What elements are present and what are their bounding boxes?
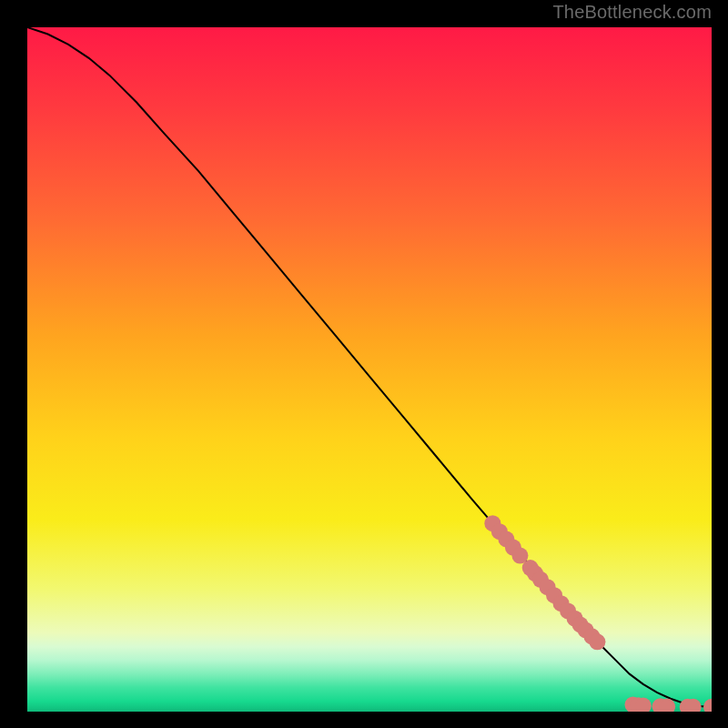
chart-stage: TheBottleneck.com [0,0,728,728]
gradient-background [27,27,712,712]
attribution-label: TheBottleneck.com [552,2,712,23]
data-point [589,633,605,650]
chart-svg [27,27,712,712]
chart-plot-area [27,27,712,712]
